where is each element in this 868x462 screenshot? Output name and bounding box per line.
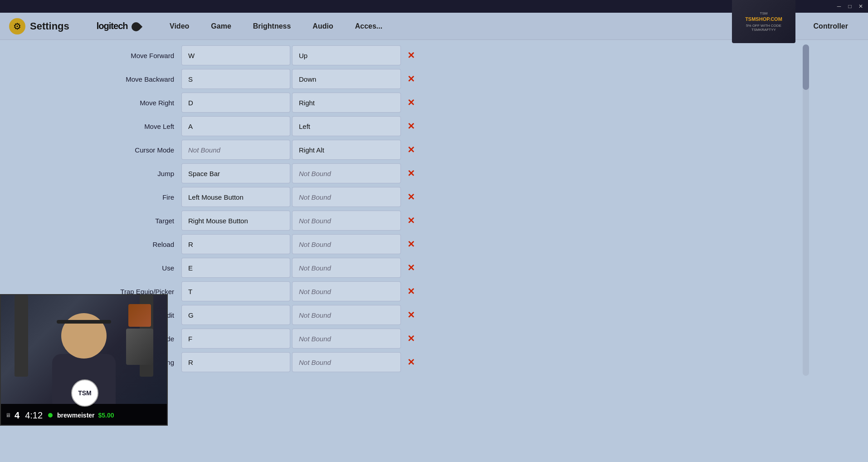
x-icon: ✕ xyxy=(407,97,415,108)
nav-game[interactable]: Game xyxy=(200,19,242,34)
keybind-secondary-input[interactable]: Not Bound xyxy=(292,211,401,231)
nav-controller[interactable]: Controller xyxy=(803,19,859,34)
keybind-delete-button[interactable]: ✕ xyxy=(403,93,419,113)
x-icon: ✕ xyxy=(407,310,415,320)
webcam-overlay: TSM 🖥 4 4:12 brewmeister $5.00 xyxy=(0,294,168,426)
keybind-primary-input[interactable]: F xyxy=(181,329,290,349)
keybind-delete-button[interactable]: ✕ xyxy=(403,281,419,301)
keybind-action-label: Move Left xyxy=(91,123,181,130)
keybind-delete-button[interactable]: ✕ xyxy=(403,211,419,231)
keybind-delete-button[interactable]: ✕ xyxy=(403,140,419,160)
stream-live-dot xyxy=(48,413,53,418)
chair-back-left xyxy=(15,295,28,377)
keybind-delete-button[interactable]: ✕ xyxy=(403,258,419,278)
keybind-delete-button[interactable]: ✕ xyxy=(403,187,419,207)
keybind-secondary-input[interactable]: Left xyxy=(292,116,401,136)
x-icon: ✕ xyxy=(407,192,415,202)
headphone-bar xyxy=(57,320,111,324)
x-icon: ✕ xyxy=(407,286,415,297)
keybind-secondary-input[interactable]: Not Bound xyxy=(292,163,401,183)
x-icon: ✕ xyxy=(407,50,415,61)
keybind-delete-button[interactable]: ✕ xyxy=(403,69,419,89)
nav-access[interactable]: Acces... xyxy=(344,19,393,34)
keybind-primary-input[interactable]: Not Bound xyxy=(181,140,290,160)
keybind-action-label: Use xyxy=(91,264,181,272)
keybind-secondary-input[interactable]: Up xyxy=(292,45,401,65)
ad-banner: TSM TSMSHOP.COM 5% OFF WITH CODE TSMKRAF… xyxy=(732,0,795,43)
keybind-secondary-input[interactable]: Not Bound xyxy=(292,187,401,207)
nav-audio[interactable]: Audio xyxy=(302,19,344,34)
keybind-primary-input[interactable]: Right Mouse Button xyxy=(181,211,290,231)
keybind-secondary-input[interactable]: Not Bound xyxy=(292,305,401,325)
nav-items: Video Game Brightness Audio Acces... xyxy=(159,19,803,34)
robot-figure xyxy=(122,304,158,377)
keybind-primary-input[interactable]: A xyxy=(181,116,290,136)
keybind-primary-input[interactable]: Space Bar xyxy=(181,163,290,183)
keybind-primary-input[interactable]: E xyxy=(181,258,290,278)
webcam-bottom-bar: 🖥 4 4:12 brewmeister $5.00 xyxy=(1,404,167,426)
keybind-delete-button[interactable]: ✕ xyxy=(403,45,419,65)
restore-button[interactable]: □ xyxy=(846,3,853,10)
keybind-action-label: Cursor Mode xyxy=(91,146,181,154)
keybind-action-label: Target xyxy=(91,217,181,225)
x-icon: ✕ xyxy=(407,121,415,132)
robot-body xyxy=(126,329,153,365)
keybind-primary-input[interactable]: T xyxy=(181,281,290,301)
keybind-delete-button[interactable]: ✕ xyxy=(403,163,419,183)
keybind-row: Target Right Mouse Button Not Bound ✕ xyxy=(91,210,444,231)
tsm-logo: TSM xyxy=(71,379,98,407)
keybind-secondary-input[interactable]: Right xyxy=(292,93,401,113)
keybind-primary-input[interactable]: R xyxy=(181,352,290,372)
main-content: Move Forward W Up ✕ Move Backward S Down… xyxy=(0,40,868,462)
keybind-secondary-input[interactable]: Not Bound xyxy=(292,258,401,278)
keybind-row: Move Backward S Down ✕ xyxy=(91,68,444,90)
scrollbar-thumb[interactable] xyxy=(803,44,809,90)
x-icon: ✕ xyxy=(407,239,415,250)
keybind-action-label: Jump xyxy=(91,170,181,177)
keybind-row: Move Right D Right ✕ xyxy=(91,92,444,113)
keybind-action-label: Reload xyxy=(91,241,181,248)
keybind-primary-input[interactable]: Left Mouse Button xyxy=(181,187,290,207)
nav-video[interactable]: Video xyxy=(159,19,200,34)
robot-head xyxy=(128,304,151,327)
ad-code: 5% OFF WITH CODE TSMKRAFTYY xyxy=(734,24,794,32)
keybind-row: Move Left A Left ✕ xyxy=(91,115,444,137)
keybind-row: Move Forward W Up ✕ xyxy=(91,44,444,66)
logitech-logo: logitech xyxy=(97,21,141,31)
keybind-delete-button[interactable]: ✕ xyxy=(403,116,419,136)
keybind-primary-input[interactable]: G xyxy=(181,305,290,325)
minimize-button[interactable]: ─ xyxy=(835,3,843,10)
head-silhouette xyxy=(61,313,107,359)
x-icon: ✕ xyxy=(407,144,415,155)
x-icon: ✕ xyxy=(407,168,415,179)
keybind-row: Use E Not Bound ✕ xyxy=(91,257,444,279)
nav-brightness[interactable]: Brightness xyxy=(242,19,302,34)
keybind-secondary-input[interactable]: Not Bound xyxy=(292,352,401,372)
keybind-delete-button[interactable]: ✕ xyxy=(403,305,419,325)
keybind-delete-button[interactable]: ✕ xyxy=(403,352,419,372)
keybind-row: Cursor Mode Not Bound Right Alt ✕ xyxy=(91,139,444,161)
keybind-row: Jump Space Bar Not Bound ✕ xyxy=(91,162,444,184)
stream-username: brewmeister xyxy=(57,412,94,419)
gear-icon: ⚙ xyxy=(9,18,25,34)
close-button[interactable]: ✕ xyxy=(857,3,864,10)
x-icon: ✕ xyxy=(407,262,415,273)
stream-time: 4:12 xyxy=(25,410,43,421)
x-icon: ✕ xyxy=(407,74,415,84)
keybind-primary-input[interactable]: S xyxy=(181,69,290,89)
keybind-primary-input[interactable]: D xyxy=(181,93,290,113)
keybind-secondary-input[interactable]: Not Bound xyxy=(292,234,401,254)
keybind-delete-button[interactable]: ✕ xyxy=(403,329,419,349)
keybind-primary-input[interactable]: R xyxy=(181,234,290,254)
keybind-secondary-input[interactable]: Not Bound xyxy=(292,329,401,349)
keybind-action-label: Move Forward xyxy=(91,52,181,59)
keybind-primary-input[interactable]: W xyxy=(181,45,290,65)
keybind-secondary-input[interactable]: Right Alt xyxy=(292,140,401,160)
scrollbar-area[interactable] xyxy=(803,44,809,376)
settings-title: ⚙ Settings xyxy=(9,18,69,34)
stream-count: 4 xyxy=(15,410,20,421)
keybind-secondary-input[interactable]: Down xyxy=(292,69,401,89)
keybind-secondary-input[interactable]: Not Bound xyxy=(292,281,401,301)
keybind-delete-button[interactable]: ✕ xyxy=(403,234,419,254)
keybind-row: Reload R Not Bound ✕ xyxy=(91,233,444,255)
